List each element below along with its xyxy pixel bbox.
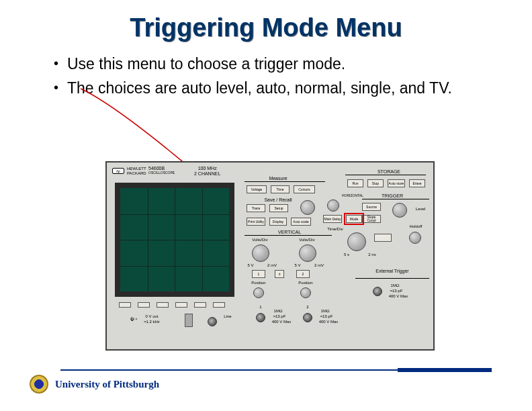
softkey-4[interactable] xyxy=(175,302,187,308)
time-button[interactable]: Time xyxy=(271,185,290,193)
bullet-list: Use this menu to choose a trigger mode. … xyxy=(0,42,532,99)
pm-button[interactable]: ± xyxy=(275,270,284,278)
setup-button[interactable]: Setup xyxy=(269,204,288,212)
softkey-1[interactable] xyxy=(119,302,131,308)
delay-knob[interactable] xyxy=(327,199,339,212)
crt-screen xyxy=(115,183,234,297)
slope-button[interactable]: Slope Coupl xyxy=(362,215,381,223)
saverecall-label: Save / Recall xyxy=(251,197,305,202)
bullet-2: The choices are auto level, auto, normal… xyxy=(67,79,492,99)
bullet-1: Use this menu to choose a trigger mode. xyxy=(67,54,492,75)
saverecall-knob[interactable] xyxy=(300,200,315,215)
run-button[interactable]: Run xyxy=(347,179,363,187)
hp-logo: hp xyxy=(112,168,124,174)
softkey-5[interactable] xyxy=(194,302,206,308)
level-knob[interactable] xyxy=(392,203,407,218)
timediv-knob[interactable] xyxy=(347,232,366,251)
footer-rule xyxy=(60,369,492,372)
cursors-button[interactable]: Cursors xyxy=(294,185,315,193)
ch1-volts-knob[interactable] xyxy=(252,244,269,262)
oscilloscope-panel: hp HEWLETT PACKARD 54600B OSCILLOSCOPE 1… xyxy=(105,161,435,351)
softkey-6[interactable] xyxy=(213,302,225,308)
holdoff-label: Holdoff xyxy=(404,224,428,228)
ch2-bnc[interactable] xyxy=(303,313,312,322)
softkey-2[interactable] xyxy=(138,302,150,308)
ch2-pos-knob[interactable] xyxy=(300,287,311,298)
trace-button[interactable]: Trace xyxy=(247,204,265,212)
voltage-button[interactable]: Voltage xyxy=(247,185,267,193)
ch1-pos-knob[interactable] xyxy=(253,287,264,298)
holdoff-knob[interactable] xyxy=(409,232,421,244)
trigger-label: TRIGGER xyxy=(372,193,412,198)
storage-label: STORAGE xyxy=(362,169,416,174)
slide-title: Triggering Mode Menu xyxy=(0,0,532,42)
ch1-button[interactable]: 1 xyxy=(252,270,265,278)
spec-text: 100 MHz 2 CHANNEL xyxy=(194,166,220,176)
ch2-button[interactable]: 2 xyxy=(296,270,310,278)
probe-comp-bnc[interactable] xyxy=(208,317,217,326)
display-button[interactable]: Display xyxy=(269,218,287,226)
main-range-button[interactable] xyxy=(374,234,392,242)
horizontal-label: HORIZONTAL xyxy=(342,193,358,197)
print-button[interactable]: Print Utility xyxy=(247,218,265,226)
brand-text: HEWLETT PACKARD xyxy=(127,167,146,175)
level-label: Level xyxy=(412,207,429,211)
power-switch[interactable] xyxy=(185,314,193,327)
source-button[interactable]: Source xyxy=(362,203,381,211)
autostore-button[interactable]: Auto store xyxy=(388,179,405,187)
ext-trig-bnc[interactable] xyxy=(373,287,382,296)
ch1-bnc[interactable] xyxy=(256,313,265,322)
timediv-label: Time/Div xyxy=(322,227,349,231)
ch2-volts-knob[interactable] xyxy=(299,244,316,262)
autoscale-button[interactable]: Auto scale xyxy=(291,218,311,226)
vertical-label: VERTICAL xyxy=(269,230,310,234)
mode-highlight xyxy=(344,213,364,225)
maindelay-button[interactable]: Main Delay xyxy=(323,215,342,223)
softkey-3[interactable] xyxy=(157,302,169,308)
external-trigger-label: External Trigger xyxy=(369,269,416,273)
erase-button[interactable]: Erase xyxy=(409,179,425,187)
footer: University of Pittsburgh xyxy=(30,375,159,394)
university-name: University of Pittsburgh xyxy=(55,379,159,390)
pitt-logo-icon xyxy=(30,375,48,394)
stop-button[interactable]: Stop xyxy=(367,179,384,187)
measure-label: Measure xyxy=(258,176,298,181)
model-number: 54600B OSCILLOSCOPE xyxy=(148,166,175,175)
